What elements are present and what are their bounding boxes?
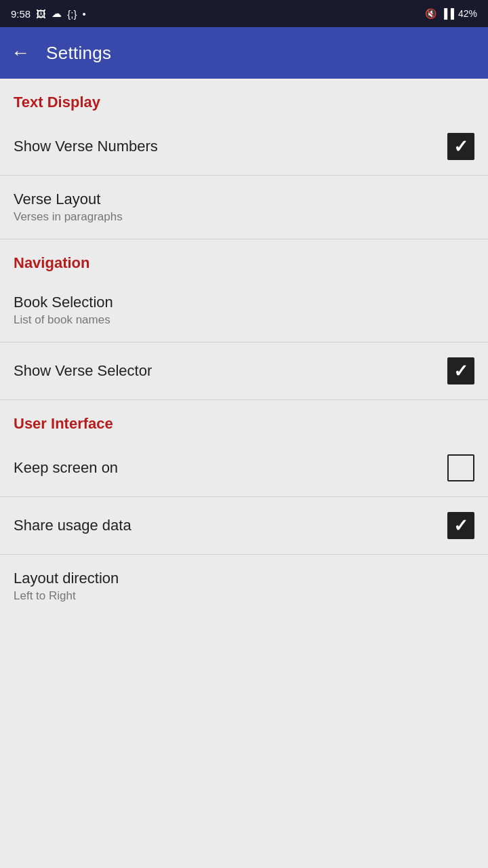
setting-title-show-verse-selector: Show Verse Selector: [14, 362, 447, 380]
setting-subtitle-book-selection: List of book names: [14, 313, 474, 327]
checkbox-show-verse-selector[interactable]: ✓: [447, 357, 474, 384]
setting-subtitle-verse-layout: Verses in paragraphs: [14, 210, 474, 224]
status-left: 9:58 🖼 ☁ {;} •: [11, 7, 86, 20]
setting-title-share-usage-data: Share usage data: [14, 517, 447, 534]
signal-icon: ▐▐: [441, 8, 454, 19]
checkmark-icon: ✓: [453, 138, 468, 155]
setting-show-verse-selector[interactable]: Show Verse Selector ✓: [0, 342, 488, 400]
setting-book-selection[interactable]: Book Selection List of book names: [0, 279, 488, 342]
setting-title-verse-layout: Verse Layout: [14, 191, 474, 208]
setting-keep-screen-on[interactable]: Keep screen on: [0, 439, 488, 497]
dot-icon: •: [82, 8, 85, 20]
setting-subtitle-layout-direction: Left to Right: [14, 589, 474, 603]
setting-title-keep-screen-on: Keep screen on: [14, 459, 447, 477]
app-bar: ← Settings: [0, 27, 488, 79]
section-header-text-display: Text Display: [0, 79, 488, 118]
status-right: 🔇 ▐▐ 42%: [425, 8, 477, 19]
setting-show-verse-numbers[interactable]: Show Verse Numbers ✓: [0, 118, 488, 176]
mute-icon: 🔇: [425, 8, 436, 19]
setting-title-show-verse-numbers: Show Verse Numbers: [14, 138, 447, 155]
code-icon: {;}: [67, 8, 77, 20]
setting-layout-direction[interactable]: Layout direction Left to Right: [0, 555, 488, 618]
battery-text: 42%: [458, 8, 477, 19]
setting-verse-layout[interactable]: Verse Layout Verses in paragraphs: [0, 176, 488, 239]
page-title: Settings: [46, 43, 111, 64]
setting-title-book-selection: Book Selection: [14, 294, 474, 311]
checkbox-keep-screen-on[interactable]: [447, 454, 474, 481]
section-header-user-interface: User Interface: [0, 400, 488, 439]
checkbox-share-usage-data[interactable]: ✓: [447, 512, 474, 539]
section-header-navigation: Navigation: [0, 239, 488, 279]
setting-title-layout-direction: Layout direction: [14, 570, 474, 587]
settings-content: Text Display Show Verse Numbers ✓ Verse …: [0, 79, 488, 868]
gallery-icon: 🖼: [36, 8, 46, 20]
status-bar: 9:58 🖼 ☁ {;} • 🔇 ▐▐ 42%: [0, 0, 488, 27]
setting-share-usage-data[interactable]: Share usage data ✓: [0, 497, 488, 555]
status-time: 9:58: [11, 8, 30, 20]
back-button[interactable]: ←: [11, 43, 30, 62]
checkbox-show-verse-numbers[interactable]: ✓: [447, 133, 474, 160]
checkmark-icon-3: ✓: [453, 517, 468, 534]
checkmark-icon-2: ✓: [453, 362, 468, 380]
cloud-icon: ☁: [52, 7, 62, 20]
